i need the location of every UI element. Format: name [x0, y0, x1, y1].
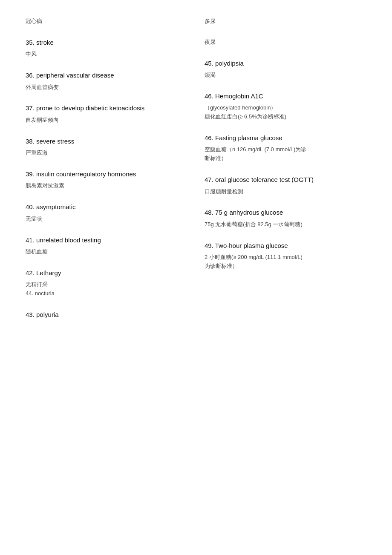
- list-item: 39. insulin counterregulatory hormones胰岛…: [26, 170, 187, 190]
- entry-subtitle: 口服糖耐量检测: [205, 187, 366, 196]
- entry-subtitle: 自发酮症倾向: [26, 116, 187, 125]
- entry-subtitle: 75g 无水葡萄糖(折合 82.5g 一水葡萄糖): [205, 220, 366, 229]
- list-item: 43. polyuria: [26, 310, 187, 320]
- entry-title: 48. 75 g anhydrous glucose: [205, 208, 366, 218]
- entry-title: 35. stroke: [26, 38, 187, 48]
- entry-title: 43. polyuria: [26, 310, 187, 320]
- entry-title: 42. Lethargy: [26, 268, 187, 278]
- list-item: 夜尿: [205, 38, 366, 47]
- list-item: 38. severe stress严重应激: [26, 137, 187, 158]
- list-item: 42. Lethargy无精打采44. nocturia: [26, 268, 187, 298]
- entry-subtitle: 冠心病: [26, 17, 187, 26]
- entry-subtitle: （glycosylated hemoglobin）糖化血红蛋白(≥ 6.5%为诊…: [205, 104, 366, 121]
- entry-subtitle: 烦渴: [205, 71, 366, 80]
- list-item: 37. prone to develop diabetic ketoacidos…: [26, 104, 187, 124]
- list-item: 多尿: [205, 17, 366, 26]
- entry-title: 40. asymptomatic: [26, 202, 187, 212]
- main-content: 冠心病35. stroke中风36. peripheral vascular d…: [0, 17, 392, 331]
- entry-subtitle: 夜尿: [205, 38, 366, 47]
- list-item: 45. polydipsia烦渴: [205, 59, 366, 80]
- left-column: 冠心病35. stroke中风36. peripheral vascular d…: [26, 17, 196, 331]
- entry-title: 49. Two-hour plasma glucose: [205, 241, 366, 251]
- list-item: 47. oral glucose tolerance test (OGTT)口服…: [205, 175, 366, 196]
- list-item: 49. Two-hour plasma glucose2 小时血糖(≥ 200 …: [205, 241, 366, 271]
- entry-title: 46. Hemoglobin A1C: [205, 92, 366, 101]
- entry-title: 45. polydipsia: [205, 59, 366, 69]
- list-item: 46. Fasting plasma glucose空腹血糖（n 126 mg/…: [205, 133, 366, 163]
- entry-title: 41. unrelated blood testing: [26, 236, 187, 245]
- list-item: 36. peripheral vascular disease外周血管病变: [26, 71, 187, 92]
- entry-title: 39. insulin counterregulatory hormones: [26, 170, 187, 179]
- entry-subtitle: 空腹血糖（n 126 mg/dL (7.0 mmol/L)为诊断标准）: [205, 145, 366, 163]
- list-item: 48. 75 g anhydrous glucose75g 无水葡萄糖(折合 8…: [205, 208, 366, 229]
- list-item: 46. Hemoglobin A1C（glycosylated hemoglob…: [205, 92, 366, 121]
- entry-title: 38. severe stress: [26, 137, 187, 147]
- entry-title: 37. prone to develop diabetic ketoacidos…: [26, 104, 187, 113]
- right-column: 多尿夜尿45. polydipsia烦渴46. Hemoglobin A1C（g…: [196, 17, 366, 331]
- entry-subtitle: 无症状: [26, 215, 187, 224]
- entry-subtitle: 外周血管病变: [26, 83, 187, 92]
- entry-title: 46. Fasting plasma glucose: [205, 133, 366, 143]
- list-item: 35. stroke中风: [26, 38, 187, 59]
- entry-subtitle: 中风: [26, 50, 187, 59]
- list-item: 41. unrelated blood testing随机血糖: [26, 236, 187, 256]
- list-item: 冠心病: [26, 17, 187, 26]
- entry-subtitle: 无精打采44. nocturia: [26, 280, 187, 298]
- list-item: 40. asymptomatic无症状: [26, 202, 187, 223]
- entry-title: 47. oral glucose tolerance test (OGTT): [205, 175, 366, 185]
- entry-title: 36. peripheral vascular disease: [26, 71, 187, 81]
- entry-subtitle: 随机血糖: [26, 247, 187, 256]
- entry-subtitle: 胰岛素对抗激素: [26, 181, 187, 190]
- entry-subtitle: 严重应激: [26, 149, 187, 158]
- entry-subtitle: 多尿: [205, 17, 366, 26]
- entry-subtitle: 2 小时血糖(≥ 200 mg/dL (111.1 mmol/L)为诊断标准）: [205, 253, 366, 271]
